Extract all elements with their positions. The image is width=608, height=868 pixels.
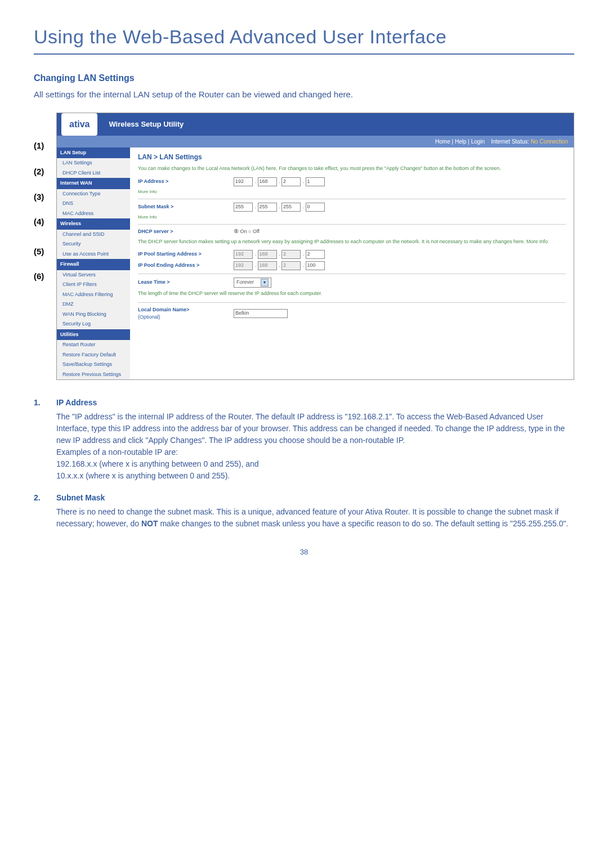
pool-octet: 192 (234, 250, 253, 259)
ip-octet[interactable]: 1 (306, 177, 325, 186)
lease-select[interactable]: Forever ▾ (234, 278, 271, 288)
item-num: 2. (34, 492, 56, 530)
ip-octet[interactable]: 192 (234, 177, 253, 186)
dot: . (255, 178, 257, 186)
page-number: 38 (34, 547, 574, 558)
item-extra1: Examples of a non-routable IP are: (56, 448, 178, 457)
item-content: Subnet Mask There is no need to change t… (56, 492, 574, 530)
title-underline (34, 53, 574, 55)
dot: . (255, 262, 257, 270)
subnet-octet[interactable]: 0 (306, 203, 325, 212)
ss-header: ativa Wireless Setup Utility (57, 113, 574, 136)
domain-label-text: Local Domain Name> (138, 307, 189, 312)
dot: . (303, 250, 305, 258)
dot: . (303, 178, 305, 186)
dot: . (303, 203, 305, 211)
dhcp-off-text: Off (253, 229, 260, 234)
callout-5: (5) (34, 245, 56, 258)
ip-row: IP Address > 192. 168. 2. 1 (138, 177, 566, 186)
item-body-post: make changes to the subnet mask unless y… (158, 519, 569, 528)
side-item[interactable]: Security Log (57, 319, 130, 329)
side-item[interactable]: Save/Backup Settings (57, 360, 130, 370)
side-item[interactable]: Channel and SSID (57, 230, 130, 240)
callout-6: (6) (34, 270, 56, 283)
pool-octet: 2 (281, 261, 301, 270)
pool-octet[interactable]: 100 (306, 261, 325, 270)
item-title: IP Address (56, 397, 574, 409)
side-item[interactable]: Restore Previous Settings (57, 370, 130, 380)
pool-octet: 168 (258, 261, 277, 270)
callout-4: (4) (34, 216, 56, 229)
side-item[interactable]: Security (57, 239, 130, 249)
side-item[interactable]: DNS (57, 199, 130, 209)
dhcp-on-text: On (240, 229, 247, 234)
ss-header-title: Wireless Setup Utility (109, 119, 184, 130)
lease-label: Lease Time > (138, 279, 234, 287)
side-item[interactable]: Restart Router (57, 340, 130, 350)
dot: . (279, 250, 281, 258)
dhcp-row: DHCP server > ⦿ On ○ Off (138, 228, 566, 236)
divider (138, 224, 566, 225)
dhcp-note: The DHCP server function makes setting u… (138, 238, 566, 246)
side-head-firewall: Firewall (57, 259, 130, 270)
callout-1: (1) (34, 140, 56, 153)
item-1: 1. IP Address The "IP address" is the in… (34, 397, 574, 482)
side-item[interactable]: WAN Ping Blocking (57, 310, 130, 320)
dot: . (255, 250, 257, 258)
dot: . (279, 262, 281, 270)
subnet-octet[interactable]: 255 (234, 203, 253, 212)
domain-label: Local Domain Name> (Optional) (138, 306, 234, 321)
pool-start-row: IP Pool Starting Address > 192. 168. 2. … (138, 250, 566, 259)
divider (138, 274, 566, 274)
domain-row: Local Domain Name> (Optional) Belkin (138, 306, 566, 321)
ip-label: IP Address > (138, 178, 234, 186)
dhcp-on-radio[interactable]: ⦿ On (234, 228, 247, 236)
side-item[interactable]: Client IP Filters (57, 280, 130, 290)
side-item[interactable]: DMZ (57, 299, 130, 310)
ss-body: LAN Setup LAN Settings DHCP Client List … (57, 147, 574, 380)
item-content: IP Address The "IP address" is the inter… (56, 397, 574, 482)
ss-main-title: LAN > LAN Settings (138, 152, 566, 162)
figure-callouts: (1) (2) (3) (4) (5) (6) (34, 113, 56, 283)
item-body: The "IP address" is the internal IP addr… (56, 411, 574, 482)
domain-optional: (Optional) (138, 314, 160, 320)
ip-octet[interactable]: 168 (258, 177, 277, 186)
brand-logo: ativa (61, 113, 97, 136)
screenshot: ativa Wireless Setup Utility Home | Help… (56, 113, 574, 381)
body-list: 1. IP Address The "IP address" is the in… (34, 397, 574, 530)
domain-input[interactable]: Belkin (234, 309, 288, 318)
status-value: No Connection (531, 138, 568, 145)
pool-octet: 168 (258, 250, 277, 259)
pool-end-label: IP Pool Ending Address > (138, 262, 234, 270)
side-head-lan: LAN Setup (57, 147, 130, 159)
intro-text: All settings for the internal LAN setup … (34, 88, 574, 101)
item-body-text: The "IP address" is the internal IP addr… (56, 412, 565, 445)
topbar-links[interactable]: Home | Help | Login (435, 138, 485, 145)
side-item[interactable]: Connection Type (57, 189, 130, 199)
side-item[interactable]: MAC Address Filtering (57, 290, 130, 300)
status-label: Internet Status: (491, 138, 529, 145)
side-head-wan: Internet WAN (57, 178, 130, 189)
dhcp-off-radio[interactable]: ○ Off (248, 228, 260, 236)
side-item[interactable]: MAC Address (57, 209, 130, 219)
item-extra2: 192.168.x.x (where x is anything between… (56, 459, 259, 468)
pool-octet[interactable]: 2 (306, 250, 325, 259)
subnet-octet[interactable]: 255 (281, 203, 301, 212)
callout-3: (3) (34, 191, 56, 204)
lease-row: Lease Time > Forever ▾ (138, 278, 566, 288)
more-info-link[interactable]: More Info (138, 214, 566, 221)
more-info-link[interactable]: More Info (138, 189, 566, 195)
side-item[interactable]: LAN Settings (57, 158, 130, 168)
dhcp-label: DHCP server > (138, 228, 234, 236)
dot: . (255, 203, 257, 211)
item-body: There is no need to change the subnet ma… (56, 506, 574, 530)
side-item[interactable]: DHCP Client List (57, 168, 130, 178)
chevron-down-icon: ▾ (261, 279, 269, 287)
ip-octet[interactable]: 2 (281, 177, 301, 186)
callout-2: (2) (34, 165, 56, 178)
subnet-octet[interactable]: 255 (258, 203, 277, 212)
side-item[interactable]: Restore Factory Default (57, 350, 130, 360)
side-item[interactable]: Use as Access Point (57, 249, 130, 259)
side-item[interactable]: Virtual Servers (57, 270, 130, 280)
item-body-strong: NOT (141, 519, 158, 528)
